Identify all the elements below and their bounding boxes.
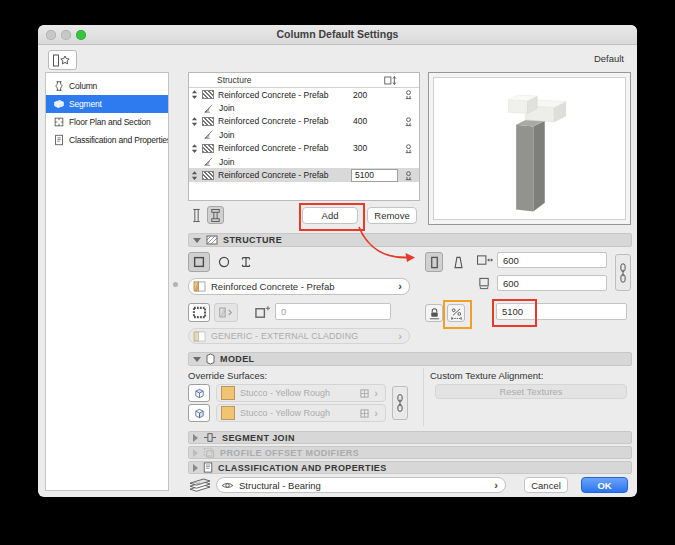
sidebar-item-classification[interactable]: Classification and Properties (46, 131, 168, 149)
disclosure-open-icon (193, 357, 201, 362)
texture-icon (360, 389, 369, 398)
floor-plan-icon (52, 116, 65, 129)
cladding-material-dropdown[interactable]: GENERIC - EXTERNAL CLADDING (188, 328, 410, 344)
sidebar-item-floor-plan[interactable]: Floor Plan and Section (46, 113, 168, 131)
segment-row[interactable]: Reinforced Concrete - Prefab400 (189, 115, 419, 128)
model-section-header[interactable]: MODEL (188, 352, 632, 366)
fill-swatch (202, 90, 214, 99)
segment-structure-table[interactable]: Structure Reinforced Concrete - Prefab20… (188, 72, 420, 201)
column-icon (52, 80, 65, 93)
segmented-column-icon (209, 208, 222, 223)
segment-height-value[interactable]: 5100 (351, 169, 398, 182)
segment-height-input[interactable] (496, 303, 627, 320)
layer-dropdown[interactable]: Structural - Bearing (216, 477, 506, 493)
chevron-icon (494, 480, 498, 491)
add-segment-button[interactable]: Add (302, 207, 358, 224)
pin-icon (401, 116, 415, 127)
window-title: Column Default Settings (38, 25, 637, 44)
uniform-column-button[interactable] (188, 206, 205, 224)
square-profile-button[interactable] (188, 252, 210, 272)
remove-segment-button[interactable]: Remove (367, 207, 417, 224)
screen: Column Default Settings Default Column (0, 0, 675, 545)
column-3d-preview[interactable] (428, 72, 631, 225)
column-preview-image (434, 77, 625, 220)
segment-name: Reinforced Concrete - Prefab (218, 143, 353, 153)
link-dimensions-button[interactable] (615, 254, 631, 291)
column-depth-input[interactable] (497, 275, 607, 291)
surface-dropdown-1[interactable]: Stucco - Yellow Rough (216, 384, 386, 402)
ibeam-profile-button[interactable] (236, 252, 256, 272)
section-title: MODEL (220, 354, 255, 364)
splitter-handle[interactable] (173, 282, 178, 287)
sidebar-item-label: Classification and Properties (69, 135, 168, 145)
segment-row[interactable]: Reinforced Concrete - Prefab300 (189, 142, 419, 155)
chevron-icon (374, 388, 378, 399)
section-title: STRUCTURE (223, 235, 282, 245)
link-surfaces-button[interactable] (392, 386, 408, 420)
chevron-icon (374, 408, 378, 419)
titlebar: Column Default Settings (38, 25, 637, 45)
preview-canvas (433, 77, 626, 220)
structure-section-icon (206, 235, 218, 245)
veneer-thickness-input[interactable] (275, 303, 391, 320)
veneer-button[interactable] (188, 303, 210, 322)
sidebar-item-label: Segment (69, 99, 102, 109)
segmented-column-button[interactable] (207, 206, 224, 224)
structure-section-header[interactable]: STRUCTURE (188, 233, 632, 247)
rect-column-icon (428, 255, 441, 270)
section-title: CLASSIFICATION AND PROPERTIES (218, 463, 387, 473)
reset-textures-button[interactable]: Reset Textures (435, 384, 627, 399)
uniform-column-icon (190, 208, 203, 223)
fixed-height-button[interactable] (425, 304, 443, 322)
profile-offset-section-header[interactable]: PROFILE OFFSET MODIFIERS (188, 446, 632, 459)
sidebar-item-column[interactable]: Column (46, 77, 168, 95)
reorder-icon (191, 143, 199, 154)
fill-swatch (202, 171, 214, 180)
segment-row[interactable]: Reinforced Concrete - Prefab5100 (189, 168, 419, 181)
segment-join-icon (203, 432, 217, 443)
circle-profile-button[interactable] (214, 252, 234, 272)
segment-icon (52, 98, 65, 111)
column-width-input[interactable] (497, 252, 607, 268)
plus-square-icon (254, 305, 271, 320)
join-row[interactable]: Join (189, 101, 419, 114)
join-icon (203, 129, 215, 140)
classification-section-header[interactable]: CLASSIFICATION AND PROPERTIES (188, 461, 632, 474)
chain-link-icon (395, 392, 405, 414)
favorites-button[interactable] (48, 50, 77, 70)
segment-table-rows: Reinforced Concrete - Prefab200JoinReinf… (189, 88, 419, 182)
tapered-column-button[interactable] (449, 252, 467, 272)
ok-button[interactable]: OK (581, 477, 628, 493)
building-material-dropdown[interactable]: Reinforced Concrete - Prefab (188, 278, 410, 295)
join-icon (203, 103, 215, 114)
proportional-height-button[interactable] (447, 304, 465, 322)
reorder-icon (191, 170, 199, 181)
segment-name: Reinforced Concrete - Prefab (218, 90, 353, 100)
core-only-icon (218, 306, 234, 319)
join-row[interactable]: Join (189, 155, 419, 168)
segment-name: Reinforced Concrete - Prefab (218, 116, 353, 126)
surface-dropdown-2[interactable]: Stucco - Yellow Rough (216, 404, 386, 422)
surface-swatch (221, 406, 235, 420)
surface-side-button[interactable] (188, 404, 210, 422)
segment-row[interactable]: Reinforced Concrete - Prefab200 (189, 88, 419, 101)
surface-value: Stucco - Yellow Rough (240, 388, 355, 398)
core-only-button[interactable] (214, 303, 238, 322)
veneer-icon (192, 306, 207, 319)
segment-name: Reinforced Concrete - Prefab (218, 170, 351, 180)
classification-icon (52, 134, 65, 147)
default-label: Default (594, 53, 624, 64)
building-material-value: Reinforced Concrete - Prefab (211, 281, 393, 292)
tapered-column-icon (452, 255, 465, 270)
surface-top-button[interactable] (188, 384, 210, 402)
cancel-button[interactable]: Cancel (524, 477, 568, 493)
segment-join-section-header[interactable]: SEGMENT JOIN (188, 431, 632, 444)
structure-column-header: Structure (217, 75, 383, 85)
segment-height-value: 300 (353, 143, 401, 153)
custom-texture-label: Custom Texture Alignment: (430, 370, 543, 381)
join-row[interactable]: Join (189, 128, 419, 141)
fill-swatch (202, 117, 214, 126)
rect-column-button[interactable] (425, 252, 443, 272)
cladding-material-value: GENERIC - EXTERNAL CLADDING (211, 331, 393, 341)
sidebar-item-segment[interactable]: Segment (46, 95, 168, 113)
